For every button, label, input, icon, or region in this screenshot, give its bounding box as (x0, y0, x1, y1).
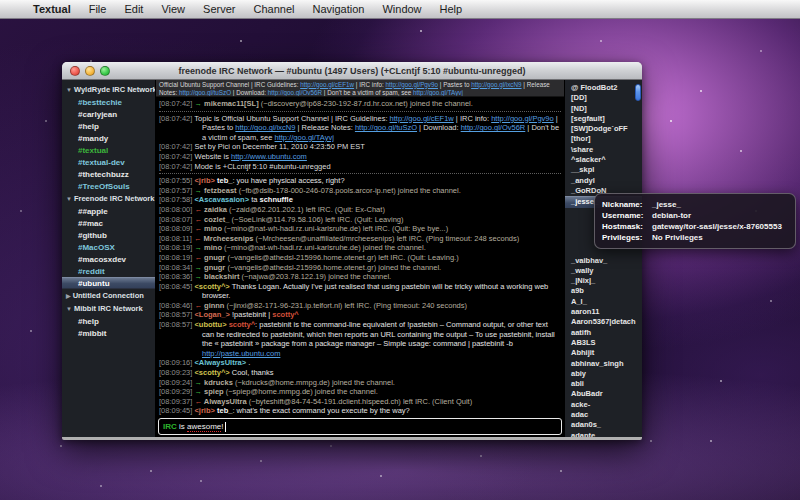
user-list-item[interactable]: [segfault] (565, 114, 642, 124)
network-header[interactable]: ▶Untitled Connection (62, 289, 155, 302)
chat-message: [08:07:58] <Ascavasaion> ta schnuffle (159, 195, 561, 205)
user-list-item[interactable]: abli (565, 379, 642, 389)
topic-link[interactable]: http://goo.gl/cEF1w (300, 81, 354, 88)
sidebar-item-macosxdev[interactable]: #macosxdev (62, 253, 155, 265)
user-list-item[interactable]: Abhijit (565, 348, 642, 358)
userlist-scrollbar-thumb[interactable] (635, 84, 641, 101)
user-list-item[interactable]: [ND] (565, 104, 642, 114)
message-link[interactable]: http://goo.gl/tuSzO (355, 123, 417, 132)
menu-navigation[interactable]: Navigation (303, 3, 373, 15)
topic-link[interactable]: http://goo.gl/TAyvj (413, 89, 463, 96)
sidebar-item-textual-dev[interactable]: #textual-dev (62, 156, 155, 168)
message-input[interactable]: IRC is awesome! (158, 418, 562, 435)
sidebar-item-github[interactable]: #github (62, 229, 155, 241)
network-header[interactable]: ▼Mibbit IRC Network (62, 302, 155, 315)
sidebar-item-mac[interactable]: ##mac (62, 217, 155, 229)
zoom-button[interactable] (100, 66, 110, 76)
user-list-item[interactable]: adante (565, 431, 642, 437)
tooltip-value: debian-tor (652, 210, 691, 221)
topic-link[interactable]: http://goo.gl/tuSzO (179, 89, 231, 96)
user-list-item[interactable]: __skpl (565, 165, 642, 175)
user-list-item[interactable]: [DD] (565, 93, 642, 103)
user-list-item[interactable]: AbuBadr (565, 389, 642, 399)
user-list-item[interactable]: @ FloodBot2 (565, 83, 642, 93)
user-list-item[interactable]: adan0s_ (565, 420, 642, 430)
network-header[interactable]: ▼Freenode IRC Network (62, 192, 155, 205)
user-list-item[interactable]: aatifh (565, 328, 642, 338)
window-titlebar[interactable]: freenode IRC Network — #ubuntu (1497 Use… (62, 62, 642, 80)
topic-link[interactable]: http://goo.gl/Ov56R (268, 89, 322, 96)
sidebar-item-help[interactable]: #help (62, 315, 155, 327)
sidebar-item-MacOSX[interactable]: #MacOSX (62, 241, 155, 253)
user-list-item[interactable]: Aaron5367|detach (565, 317, 642, 327)
user-list-item[interactable]: AB3LS (565, 338, 642, 348)
topic-link[interactable]: http://goo.gl/ixcN9 (471, 81, 521, 88)
user-list-item[interactable]: _wally (565, 266, 642, 276)
menu-edit[interactable]: Edit (115, 3, 152, 15)
message-segment: mino (204, 224, 222, 233)
message-segment: : what's the exact command you execute b… (232, 406, 409, 415)
sidebar-item-besttechie[interactable]: #besttechie (62, 96, 155, 108)
menu-window[interactable]: Window (373, 3, 430, 15)
user-list-item[interactable]: _andyl (565, 176, 642, 186)
user-list-item[interactable]: ^slacker^ (565, 155, 642, 165)
disclosure-open-icon[interactable]: ▼ (66, 87, 72, 93)
textual-window: freenode IRC Network — #ubuntu (1497 Use… (62, 62, 642, 440)
menu-view[interactable]: View (152, 3, 194, 15)
menu-file[interactable]: File (80, 3, 116, 15)
user-list-item[interactable]: adac (565, 410, 642, 420)
message-segment: gnugr (204, 263, 225, 272)
sidebar-item-carlyjean[interactable]: #carlyjean (62, 108, 155, 120)
message-link[interactable]: http://goo.gl/ixcN9 (235, 123, 295, 132)
sidebar-item-textual[interactable]: #textual (62, 144, 155, 156)
user-list-item[interactable]: a9b (565, 286, 642, 296)
disclosure-open-icon[interactable]: ▼ (66, 196, 72, 202)
minimize-button[interactable] (85, 66, 95, 76)
sidebar-item-thetechbuzz[interactable]: #thetechbuzz (62, 168, 155, 180)
message-segment: | IRC info: (454, 114, 491, 123)
user-list-item[interactable]: aaron11 (565, 307, 642, 317)
sidebar-item-reddit[interactable]: #reddit (62, 265, 155, 277)
timestamp: [08:08:09] (159, 224, 194, 233)
disclosure-open-icon[interactable]: ▼ (66, 306, 72, 312)
message-link[interactable]: http://goo.gl/Ov56R (461, 123, 526, 132)
chat-message: [08:09:45] <jrib> teb_: what's the exact… (159, 406, 561, 416)
message-link[interactable]: http://goo.gl/cEF1w (390, 114, 454, 123)
network-header[interactable]: ▼WyldRyde IRC Network (62, 83, 155, 96)
user-list-item[interactable]: _|Nix|_ (565, 276, 642, 286)
message-link[interactable]: http://paste.ubuntu.com (202, 349, 280, 358)
timestamp: [08:09:29] (159, 387, 194, 396)
user-list-item[interactable]: [thor] (565, 134, 642, 144)
user-list-item[interactable]: acke- (565, 400, 642, 410)
sidebar-item-apple[interactable]: ##apple (62, 205, 155, 217)
user-list-item[interactable]: abiy (565, 369, 642, 379)
sidebar-item-TreeOfSouls[interactable]: #TreeOfSouls (62, 180, 155, 192)
user-list-item[interactable]: [SW]Dodge`oFF (565, 124, 642, 134)
sidebar-item-mandy[interactable]: #mandy (62, 132, 155, 144)
message-segment: : pastebinit is the command-line equival… (202, 320, 555, 348)
message-segment: ← (194, 205, 204, 214)
sidebar-item-mibbit[interactable]: #mibbit (62, 327, 155, 339)
close-button[interactable] (70, 66, 80, 76)
menu-channel[interactable]: Channel (244, 3, 303, 15)
menu-textual[interactable]: Textual (24, 3, 80, 15)
user-list-item[interactable]: _vaibhav_ (565, 256, 642, 266)
timestamp: [08:09:45] (159, 406, 194, 415)
message-link[interactable]: http://www.ubuntu.com (231, 152, 307, 161)
timestamp: [08:08:34] (159, 263, 194, 272)
message-segment: Topic is Official Ubuntu Support Channel… (194, 114, 389, 123)
user-list-item[interactable]: A_l_ (565, 297, 642, 307)
chat-log[interactable]: [08:07:42] → mikemac11[SL] (~discovery@i… (156, 97, 564, 416)
menu-server[interactable]: Server (194, 3, 244, 15)
topic-link[interactable]: http://goo.gl/Pgv9o (385, 81, 438, 88)
message-segment: . (246, 358, 250, 367)
user-list-item[interactable]: abhinav_singh (565, 359, 642, 369)
user-list-item[interactable]: \share (565, 145, 642, 155)
disclosure-closed-icon[interactable]: ▶ (66, 293, 71, 299)
message-link[interactable]: http://goo.gl/Pgv9o (491, 114, 554, 123)
sidebar-item-help[interactable]: #help (62, 120, 155, 132)
sidebar-item-ubuntu[interactable]: #ubuntu (62, 277, 155, 289)
message-segment: (~kdrucks@home.mmpg.de) joined the chann… (233, 378, 395, 387)
message-link[interactable]: http://goo.gl/TAyvj (275, 133, 334, 142)
menu-help[interactable]: Help (431, 3, 472, 15)
